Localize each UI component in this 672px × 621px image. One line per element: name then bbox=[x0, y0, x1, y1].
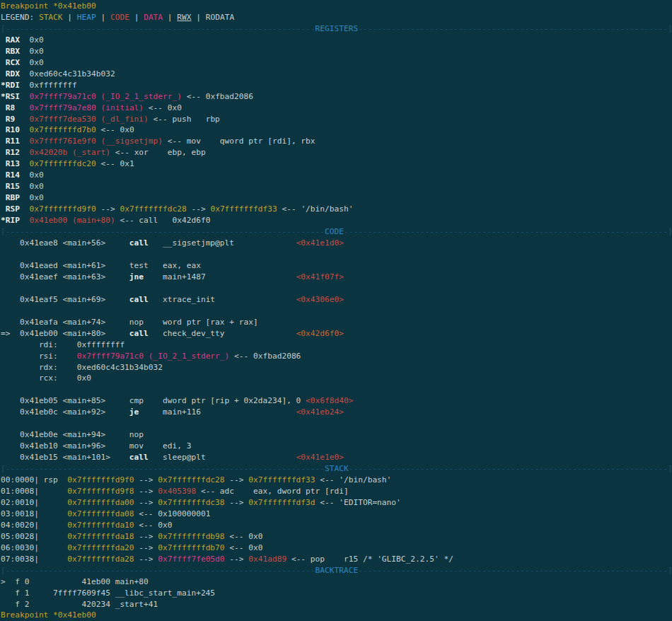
separator-dashes: ----------------------------------------… bbox=[349, 464, 672, 473]
text-segment: 0x7fffffffda08 bbox=[67, 509, 134, 518]
text-segment: <0x41e1d0> bbox=[296, 238, 344, 248]
text-segment: 0xed60c4c31b34b032 bbox=[20, 69, 115, 79]
terminal-output: Breakpoint *0x41eb00LEGEND: STACK | HEAP… bbox=[0, 0, 672, 621]
text-segment: 0x7fffffffdc28 bbox=[158, 475, 224, 484]
text-segment: 0x41eb0e <main+94> nop bbox=[1, 430, 144, 439]
register-row-r11: R11 0x7ffff761e9f0 (__sigsetjmp) <-- mov… bbox=[1, 136, 672, 147]
text-segment: rcx: 0x0 bbox=[1, 373, 91, 383]
text-segment: 0x7ffff7dea530 (_dl_fini) bbox=[29, 115, 148, 124]
text-segment bbox=[1, 385, 6, 394]
text-segment: --> bbox=[225, 555, 249, 564]
text-segment bbox=[15, 115, 29, 124]
text-segment: > f 0 41eb00 main+80 bbox=[1, 577, 149, 586]
text-segment: <-- 0x1 bbox=[96, 159, 134, 168]
text-segment: 0x7fffffffdc28 bbox=[120, 204, 186, 214]
text-segment: 05:0028| bbox=[1, 532, 67, 541]
text-segment: R12 bbox=[1, 148, 20, 157]
stack-row-00: 00:0000| rsp 0x7fffffffd9f0 --> 0x7fffff… bbox=[1, 475, 672, 486]
text-segment: main+116 bbox=[139, 407, 296, 417]
text-segment: 0x0 bbox=[20, 47, 44, 56]
text-segment: RWX bbox=[177, 13, 191, 22]
text-segment: --> bbox=[134, 555, 158, 564]
text-segment: 0x7fffffffdc38 bbox=[158, 498, 224, 507]
register-row-r13: R13 0x7fffffffdc20 <-- 0x1 bbox=[1, 158, 672, 170]
text-segment: --> bbox=[225, 498, 249, 507]
blank-line bbox=[1, 418, 672, 429]
text-segment: 0x7fffffffda18 bbox=[67, 532, 134, 541]
register-row-r8: R8 0x7ffff79a7e80 (initial) <-- 0x0 bbox=[1, 103, 672, 114]
text-segment: 0x7fffffffd9f8 bbox=[67, 487, 134, 496]
stack-row-07: 07:0038| 0x7fffffffda28 --> 0x7ffff7fe05… bbox=[1, 554, 672, 565]
text-segment: call bbox=[129, 238, 149, 248]
register-row-r9: R9 0x7ffff7dea530 (_dl_fini) <-- push rb… bbox=[1, 114, 672, 125]
stack-separator: [---------------------------------------… bbox=[1, 463, 672, 475]
code-arg-rdx: rdx: 0xed60c4c31b34b032 bbox=[1, 362, 672, 373]
text-segment: --> bbox=[134, 543, 158, 552]
text-segment: f 2 420234 _start+41 bbox=[1, 600, 158, 609]
blank-line bbox=[1, 306, 672, 317]
text-segment: 0x405398 bbox=[158, 487, 196, 496]
stack-row-04: 04:0020| 0x7fffffffda10 <-- 0x0 bbox=[1, 520, 672, 531]
text-segment: rsi: bbox=[1, 352, 77, 361]
text-segment: xtrace_init bbox=[149, 295, 296, 304]
text-segment: --> bbox=[134, 498, 158, 507]
text-segment: <0x41eb24> bbox=[296, 407, 344, 417]
code-line-0x41eaed: 0x41eaed <main+61> test eax, eax bbox=[1, 260, 672, 272]
text-segment: 0x41eb00 (main+80) bbox=[29, 216, 115, 225]
text-segment: LEGEND: bbox=[1, 13, 39, 22]
text-segment: 0x0 bbox=[20, 35, 44, 45]
blank-line bbox=[1, 283, 672, 294]
text-segment: <-- 0x0 bbox=[144, 103, 182, 112]
text-segment: 03:0018| bbox=[1, 509, 67, 518]
stack-row-03: 03:0018| 0x7fffffffda08 <-- 0x100000001 bbox=[1, 509, 672, 520]
section-label: BACKTRACE bbox=[315, 566, 359, 575]
text-segment: 00:0000| rsp bbox=[1, 475, 67, 484]
text-segment: --> bbox=[187, 204, 211, 214]
text-segment: 0x0 bbox=[20, 58, 44, 67]
code-line-0x41eb05: 0x41eb05 <main+85> cmp dword ptr [rip + … bbox=[1, 395, 672, 407]
code-line-0x41eb10: 0x41eb10 <main+96> mov edi, 3 bbox=[1, 441, 672, 452]
code-line-0x41eb0e: 0x41eb0e <main+94> nop bbox=[1, 429, 672, 441]
text-segment: 0x42020b (_start) bbox=[29, 148, 110, 157]
blank-line bbox=[1, 384, 672, 395]
text-segment: 0x0 bbox=[20, 193, 44, 202]
section-label: STACK bbox=[325, 464, 349, 473]
text-segment: 0x41eb0c <main+92> bbox=[1, 407, 129, 417]
text-segment bbox=[20, 137, 29, 146]
register-row-rsi: *RSI 0x7ffff79a71c0 (_IO_2_1_stderr_) <-… bbox=[1, 91, 672, 103]
text-segment: R11 bbox=[1, 137, 20, 146]
separator-dashes: ----------------------------------------… bbox=[344, 227, 672, 236]
text-segment: <-- adc eax, dword ptr [rdi] bbox=[196, 487, 349, 496]
text-segment: | bbox=[63, 13, 77, 22]
text-segment: <0x6f8d40> bbox=[306, 396, 353, 405]
text-segment: RDX bbox=[1, 69, 20, 79]
backtrace-frame-0: > f 0 41eb00 main+80 bbox=[1, 576, 672, 588]
blank-line bbox=[1, 249, 672, 260]
text-segment: call bbox=[129, 329, 149, 338]
text-segment: call bbox=[129, 295, 149, 304]
backtrace-frame-2: f 2 420234 _start+41 bbox=[1, 599, 672, 610]
text-segment: => 0x41eb00 <main+80> bbox=[1, 329, 129, 338]
text-segment: 0x7ffff7fe05d0 bbox=[158, 555, 224, 564]
text-segment: 0x7ffff761e9f0 (__sigsetjmp) bbox=[29, 137, 163, 146]
text-segment: R9 bbox=[1, 115, 15, 124]
text-segment: 0x7fffffffdb98 bbox=[158, 532, 224, 541]
text-segment: <-- 0x0 bbox=[134, 521, 173, 530]
code-line-0x41eb0c: 0x41eb0c <main+92> je main+116 <0x41eb24… bbox=[1, 407, 672, 418]
breakpoint-message-bottom: Breakpoint *0x41eb00 bbox=[1, 610, 672, 621]
separator-dashes: [---------------------------------------… bbox=[1, 227, 325, 236]
code-arg-rdi: rdi: 0xffffffff bbox=[1, 339, 672, 351]
text-segment: 0x7ffff79a71c0 (_IO_2_1_stderr_) bbox=[77, 352, 230, 361]
text-segment bbox=[1, 306, 6, 315]
separator-dashes: [---------------------------------------… bbox=[1, 464, 325, 473]
backtrace-separator: [---------------------------------------… bbox=[1, 565, 672, 576]
stack-row-06: 06:0030| 0x7fffffffda20 --> 0x7fffffffdb… bbox=[1, 542, 672, 554]
text-segment: 0x7fffffffda00 bbox=[67, 498, 134, 507]
text-segment: RCX bbox=[1, 58, 20, 67]
text-segment: <-- '/bin/bash' bbox=[315, 475, 392, 484]
text-segment: <-- mov qword ptr [rdi], rbx bbox=[163, 137, 315, 146]
text-segment: 0x7ffff79a7e80 (initial) bbox=[29, 103, 144, 112]
text-segment: *RSI bbox=[1, 92, 20, 101]
text-segment: 0x7fffffffdc20 bbox=[29, 159, 95, 168]
text-segment: R10 bbox=[1, 125, 20, 134]
